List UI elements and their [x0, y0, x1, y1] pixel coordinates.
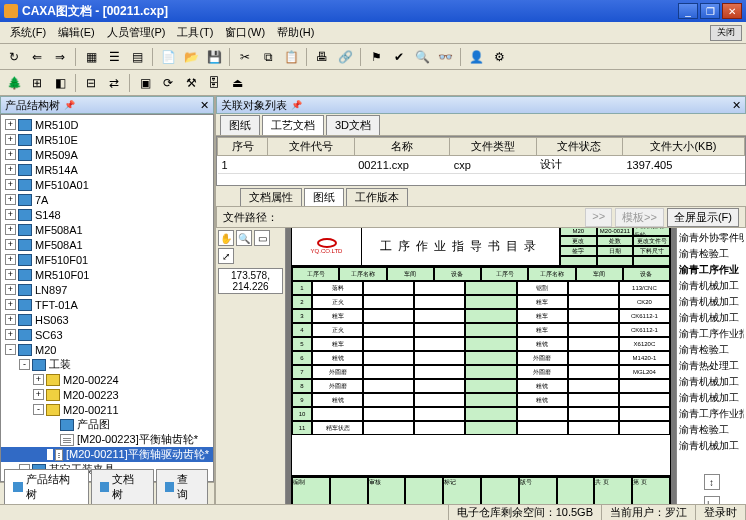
col-header[interactable]: 名称 — [354, 138, 450, 156]
tree-node[interactable]: [M20-00223]平衡轴齿轮* — [1, 432, 213, 447]
tab[interactable]: 产品结构树 — [4, 469, 89, 504]
expand-icon[interactable]: + — [5, 284, 16, 295]
tree-node[interactable]: +MF508A1 — [1, 222, 213, 237]
opt-icon[interactable]: ⚒ — [181, 73, 201, 93]
template-item[interactable]: 渝青机械加工 — [679, 438, 744, 454]
ruler-h-icon[interactable]: ⊢ — [704, 496, 720, 504]
tree-node[interactable]: +SC63 — [1, 327, 213, 342]
tree-node[interactable]: +M20-00224 — [1, 372, 213, 387]
tree-node[interactable]: +HS063 — [1, 312, 213, 327]
cell[interactable]: 1 — [218, 156, 268, 174]
tree-node[interactable]: 产品图 — [1, 417, 213, 432]
tree-node[interactable]: +MF508A1 — [1, 237, 213, 252]
check-icon[interactable]: ✔ — [389, 47, 409, 67]
expand-icon[interactable]: + — [5, 209, 16, 220]
pin-icon[interactable]: 📌 — [291, 100, 302, 110]
template-item[interactable]: 渝青机械加工 — [679, 294, 744, 310]
template-item[interactable]: 渝青工序作业 — [679, 262, 744, 278]
menu-item[interactable]: 系统(F) — [4, 23, 52, 42]
template-item[interactable]: 渝青检验工 — [679, 246, 744, 262]
cell[interactable]: 设计 — [536, 156, 622, 174]
nav-fwd-icon[interactable]: ⇒ — [50, 47, 70, 67]
col-header[interactable]: 文件状态 — [536, 138, 622, 156]
tree-node[interactable]: +MF510A01 — [1, 177, 213, 192]
search-icon[interactable]: 🔍 — [412, 47, 432, 67]
exit-icon[interactable]: ⏏ — [227, 73, 247, 93]
list-icon[interactable]: ☰ — [104, 47, 124, 67]
card-icon[interactable]: ▤ — [127, 47, 147, 67]
expand-icon[interactable]: + — [5, 149, 16, 160]
tree-node[interactable]: +M20-00223 — [1, 387, 213, 402]
copy-icon[interactable]: ⧉ — [258, 47, 278, 67]
db-icon[interactable]: 🗄 — [204, 73, 224, 93]
expand-icon[interactable]: + — [5, 164, 16, 175]
minimize-button[interactable]: _ — [678, 3, 698, 19]
nav-back-icon[interactable]: ⇐ — [27, 47, 47, 67]
new-icon[interactable]: 📄 — [158, 47, 178, 67]
tab[interactable]: 3D文档 — [326, 115, 380, 135]
tree-node[interactable]: -M20-00211 — [1, 402, 213, 417]
doc-tab[interactable]: 图纸 — [304, 188, 344, 206]
menu-item[interactable]: 编辑(E) — [52, 23, 101, 42]
tree-node[interactable]: +LN897 — [1, 282, 213, 297]
print-icon[interactable]: 🖶 — [312, 47, 332, 67]
tree-node[interactable]: +TFT-01A — [1, 297, 213, 312]
col-header[interactable]: 序号 — [218, 138, 268, 156]
template-item[interactable]: 渝青机械加工 — [679, 374, 744, 390]
flow-icon[interactable]: ⇄ — [104, 73, 124, 93]
paste-icon[interactable]: 📋 — [281, 47, 301, 67]
panel-close-icon[interactable]: ✕ — [732, 99, 741, 112]
tree-icon[interactable]: 🌲 — [4, 73, 24, 93]
save-icon[interactable]: 💾 — [204, 47, 224, 67]
product-tree[interactable]: +MR510D+MR510E+MR509A+MR514A+MF510A01+7A… — [0, 114, 214, 482]
tab[interactable]: 文档树 — [91, 469, 154, 504]
doc-icon[interactable]: ▣ — [135, 73, 155, 93]
expand-icon[interactable]: + — [33, 389, 44, 400]
zoomwin-icon[interactable]: ▭ — [254, 230, 270, 246]
template-item[interactable]: 渝青机械加工 — [679, 278, 744, 294]
expand-icon[interactable]: + — [5, 329, 16, 340]
open-icon[interactable]: 📂 — [181, 47, 201, 67]
tree-node[interactable]: +7A — [1, 192, 213, 207]
flag-icon[interactable]: ⚑ — [366, 47, 386, 67]
close-button[interactable]: ✕ — [722, 3, 742, 19]
related-table[interactable]: 序号文件代号名称文件类型文件状态文件大小(KB) 100211.cxpcxp设计… — [216, 136, 746, 186]
col-header[interactable]: 文件类型 — [450, 138, 536, 156]
template-item[interactable]: 渝青机械加工 — [679, 390, 744, 406]
pan-icon[interactable]: ✋ — [218, 230, 234, 246]
collapse-icon[interactable]: - — [33, 404, 44, 415]
tree-node[interactable]: +S148 — [1, 207, 213, 222]
link-icon[interactable]: 🔗 — [335, 47, 355, 67]
tree-node[interactable]: +MR510F01 — [1, 267, 213, 282]
fullscreen-button[interactable]: 全屏显示(F) — [667, 208, 739, 227]
expand-icon[interactable]: + — [33, 374, 44, 385]
cell[interactable]: cxp — [450, 156, 536, 174]
expand-icon[interactable]: + — [5, 269, 16, 280]
binoc-icon[interactable]: 👓 — [435, 47, 455, 67]
expand-icon[interactable]: + — [5, 179, 16, 190]
user-icon[interactable]: 👤 — [466, 47, 486, 67]
expand-icon[interactable]: ⤢ — [218, 248, 234, 264]
expand-icon[interactable]: + — [5, 194, 16, 205]
expand-icon[interactable]: + — [5, 224, 16, 235]
cell[interactable] — [268, 156, 354, 174]
expand-icon[interactable]: + — [5, 314, 16, 325]
cell[interactable]: 00211.cxp — [354, 156, 450, 174]
struct-icon[interactable]: ⊞ — [27, 73, 47, 93]
expand-icon[interactable]: + — [5, 299, 16, 310]
doc-close-button[interactable]: 关闭 — [710, 25, 742, 41]
template-item[interactable]: 渝青外协零件明 — [679, 230, 744, 246]
cell[interactable]: 1397.405 — [622, 156, 744, 174]
tree-node[interactable]: -工装 — [1, 357, 213, 372]
tab[interactable]: 图纸 — [220, 115, 260, 135]
tree-node[interactable]: +MR510E — [1, 132, 213, 147]
tree-node[interactable]: +MR514A — [1, 162, 213, 177]
tree-node[interactable]: +MR509A — [1, 147, 213, 162]
ruler-up-icon[interactable]: ↕ — [704, 474, 720, 490]
tree-node[interactable]: +MR510D — [1, 117, 213, 132]
template-item[interactable]: 渝青工序作业指 — [679, 326, 744, 342]
menu-item[interactable]: 人员管理(P) — [101, 23, 172, 42]
template-item[interactable]: 渝青检验工 — [679, 342, 744, 358]
tree-node[interactable]: -M20 — [1, 342, 213, 357]
template-item[interactable]: 渝青工序作业指 — [679, 406, 744, 422]
